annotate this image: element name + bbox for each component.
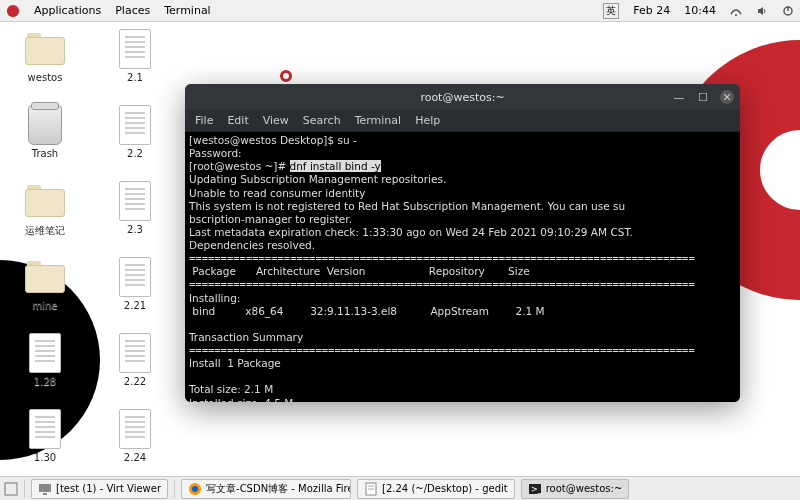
taskbar-item-gedit[interactable]: [2.24 (~/Desktop) - gedit xyxy=(357,479,515,499)
desktop-icon-doc[interactable]: 2.21 xyxy=(100,256,170,328)
terminal-titlebar[interactable]: root@westos:~ — ☐ ✕ xyxy=(185,84,740,110)
term-menu-terminal[interactable]: Terminal xyxy=(355,114,402,127)
icon-label: 1.28 xyxy=(34,376,56,387)
gedit-icon xyxy=(364,482,378,496)
distro-logo-icon xyxy=(6,4,20,18)
top-panel: Applications Places Terminal 英 Feb 24 10… xyxy=(0,0,800,22)
monitor-icon xyxy=(38,482,52,496)
svg-rect-5 xyxy=(39,484,51,492)
icon-label: 2.3 xyxy=(127,224,143,235)
desktop-area[interactable]: westos 2.1 Trash 2.2 运维笔记 2.3 mine 2.21 … xyxy=(0,22,800,476)
show-desktop-icon[interactable] xyxy=(4,482,18,496)
taskbar-item-firefox[interactable]: 写文章-CSDN博客 - Mozilla Fire... xyxy=(181,479,351,499)
term-menu-help[interactable]: Help xyxy=(415,114,440,127)
term-menu-file[interactable]: File xyxy=(195,114,213,127)
icon-label: mine xyxy=(32,300,57,311)
icon-label: 2.24 xyxy=(124,452,146,463)
taskbar-item-virt-viewer[interactable]: [test (1) - Virt Viewer xyxy=(31,479,168,499)
desktop-icon-trash[interactable]: Trash xyxy=(10,104,80,176)
clock-date[interactable]: Feb 24 xyxy=(633,4,670,17)
maximize-button[interactable]: ☐ xyxy=(696,90,710,104)
terminal-menubar: File Edit View Search Terminal Help xyxy=(185,110,740,132)
desktop-icon-grid: westos 2.1 Trash 2.2 运维笔记 2.3 mine 2.21 … xyxy=(10,28,170,480)
taskbar-item-terminal[interactable]: >_ root@westos:~ xyxy=(521,479,630,499)
taskbar-label: [2.24 (~/Desktop) - gedit xyxy=(382,483,508,494)
firefox-icon xyxy=(188,482,202,496)
power-icon[interactable] xyxy=(782,5,794,17)
term-menu-search[interactable]: Search xyxy=(303,114,341,127)
term-menu-view[interactable]: View xyxy=(263,114,289,127)
menu-terminal[interactable]: Terminal xyxy=(164,4,211,17)
term-menu-edit[interactable]: Edit xyxy=(227,114,248,127)
clock-time[interactable]: 10:44 xyxy=(684,4,716,17)
minimize-button[interactable]: — xyxy=(672,90,686,104)
icon-label: 2.2 xyxy=(127,148,143,159)
svg-text:>_: >_ xyxy=(531,485,542,494)
desktop-icon-folder[interactable]: 运维笔记 xyxy=(10,180,80,252)
terminal-window[interactable]: root@westos:~ — ☐ ✕ File Edit View Searc… xyxy=(185,84,740,402)
taskbar-label: 写文章-CSDN博客 - Mozilla Fire... xyxy=(206,482,351,496)
icon-label: Trash xyxy=(32,148,58,159)
network-icon[interactable] xyxy=(730,5,742,17)
taskbar-label: root@westos:~ xyxy=(546,483,623,494)
close-button[interactable]: ✕ xyxy=(720,90,734,104)
icon-label: 2.1 xyxy=(127,72,143,83)
desktop-icon-doc[interactable]: 2.24 xyxy=(100,408,170,480)
menu-places[interactable]: Places xyxy=(115,4,150,17)
taskbar-label: [test (1) - Virt Viewer xyxy=(56,483,161,494)
svg-point-8 xyxy=(192,486,198,492)
icon-label: 2.21 xyxy=(124,300,146,311)
menu-applications[interactable]: Applications xyxy=(34,4,101,17)
icon-label: 运维笔记 xyxy=(25,224,65,238)
svg-rect-6 xyxy=(43,493,47,495)
desktop-icon-doc[interactable]: 1.28 xyxy=(10,332,80,404)
desktop-icon-doc[interactable]: 2.1 xyxy=(100,28,170,100)
volume-icon[interactable] xyxy=(756,5,768,17)
svg-point-0 xyxy=(7,4,19,16)
desktop-icon-doc[interactable]: 2.3 xyxy=(100,180,170,252)
desktop-icon-doc[interactable]: 1.30 xyxy=(10,408,80,480)
window-title: root@westos:~ xyxy=(420,91,504,104)
bottom-taskbar: [test (1) - Virt Viewer 写文章-CSDN博客 - Moz… xyxy=(0,476,800,500)
svg-rect-4 xyxy=(5,483,17,495)
icon-label: 2.22 xyxy=(124,376,146,387)
desktop-icon-doc[interactable]: 2.22 xyxy=(100,332,170,404)
input-method-indicator[interactable]: 英 xyxy=(603,3,619,19)
desktop-icon-folder[interactable]: mine xyxy=(10,256,80,328)
terminal-icon: >_ xyxy=(528,482,542,496)
desktop-icon-doc[interactable]: 2.2 xyxy=(100,104,170,176)
desktop-icon-westos[interactable]: westos xyxy=(10,28,80,100)
icon-label: 1.30 xyxy=(34,452,56,463)
icon-label: westos xyxy=(28,72,63,83)
svg-point-1 xyxy=(735,14,737,16)
terminal-output[interactable]: [westos@westos Desktop]$ su - Password: … xyxy=(185,132,740,402)
